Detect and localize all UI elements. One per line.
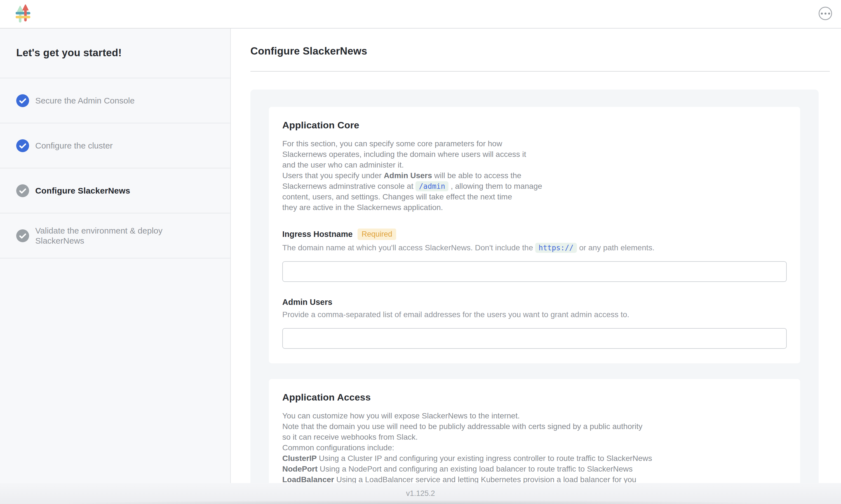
page-title: Configure SlackerNews [250,45,830,57]
sidebar-step-secure-admin-console[interactable]: Secure the Admin Console [0,78,230,123]
check-circle-icon [16,184,29,197]
card-description: You can customize how you will expose Sl… [282,411,688,483]
field-help: The domain name at which you'll access S… [282,243,787,253]
ellipsis-dot [824,13,826,15]
slackernews-logo-icon [16,4,32,23]
footer: v1.125.2 [0,483,841,504]
card-description: For this section, you can specify some c… [282,139,688,213]
step-label: Secure the Admin Console [35,96,135,106]
ellipsis-dot [821,13,823,15]
sidebar-step-validate-deploy[interactable]: Validate the environment & deploy Slacke… [0,213,230,258]
step-label: Configure the cluster [35,141,113,151]
sidebar-step-configure-slackernews[interactable]: Configure SlackerNews [0,168,230,213]
field-label: Ingress Hostname [282,230,353,239]
admin-users-field-group: Admin Users Provide a comma-separated li… [282,298,787,349]
setup-steps-sidebar: Let's get you started! Secure the Admin … [0,28,231,483]
main-content: Configure SlackerNews Application Core F… [231,28,841,483]
sidebar-step-configure-cluster[interactable]: Configure the cluster [0,123,230,168]
step-label: Validate the environment & deploy Slacke… [35,226,192,246]
sidebar-heading: Let's get you started! [0,28,230,78]
card-heading: Application Access [282,392,787,403]
field-help: Provide a comma-separated list of email … [282,310,787,320]
inline-code: https:// [535,243,577,253]
footer-shadow [50,500,790,504]
required-badge: Required [358,229,396,240]
admin-users-input[interactable] [282,328,787,349]
check-circle-icon [16,229,29,242]
card-heading: Application Core [282,120,787,131]
config-panel: Application Core For this section, you c… [250,90,819,483]
check-circle-icon [16,94,29,107]
field-label: Admin Users [282,298,333,307]
check-circle-icon [16,139,29,152]
ingress-hostname-field-group: Ingress Hostname Required The domain nam… [282,229,787,282]
topbar [0,0,841,29]
title-divider [250,71,830,72]
ellipsis-dot [828,13,830,15]
ellipsis-menu-button[interactable] [819,7,832,20]
application-core-card: Application Core For this section, you c… [269,107,800,363]
app-version: v1.125.2 [406,489,435,498]
setup-wizard-page: Let's get you started! Secure the Admin … [0,0,841,504]
application-access-card: Application Access You can customize how… [269,379,800,483]
ingress-hostname-input[interactable] [282,261,787,282]
step-label: Configure SlackerNews [35,186,130,196]
inline-code: /admin [415,181,448,191]
